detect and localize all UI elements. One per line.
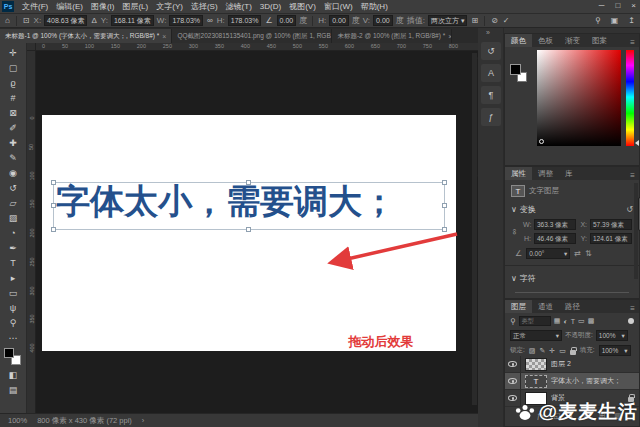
clone-stamp-tool[interactable]: ◉ (2, 165, 24, 180)
tab-swatches[interactable]: 色板 (532, 34, 559, 47)
document-tab-qq-screenshot[interactable]: QQ截图20230815135401.png @ 100% (图层 1, RGB… (172, 29, 332, 43)
transform-handle[interactable] (51, 227, 56, 232)
close-icon[interactable]: × (448, 33, 452, 40)
panel-menu-icon[interactable]: ≡ (626, 38, 639, 47)
frame-tool[interactable]: ⊠ (2, 105, 24, 120)
link-dimensions-icon[interactable]: ∞ (510, 229, 519, 235)
menu-view[interactable]: 视图(V) (285, 0, 320, 13)
filter-toggle-icon[interactable] (628, 318, 634, 324)
filter-smart-object-icon[interactable]: ▩ (588, 317, 595, 325)
transform-bounding-box[interactable] (53, 182, 445, 230)
path-selection-tool[interactable]: ▸ (2, 270, 24, 285)
workspace-icon[interactable]: ▣ (610, 16, 620, 25)
tab-adjustments[interactable]: 调整 (532, 167, 559, 180)
width-field[interactable]: 178.03% (169, 15, 203, 26)
y-field[interactable]: 124.61 像素 (590, 233, 632, 244)
document-tab-untitled-1[interactable]: 未标题-1 @ 100% (字体太小，需要调大；, RGB/8#) * × (0, 29, 172, 43)
spectrum-marker[interactable] (539, 139, 544, 144)
tab-channels[interactable]: 通道 (532, 300, 559, 313)
glyphs-panel-icon[interactable]: ƒ (481, 108, 501, 126)
panel-menu-icon[interactable]: ≡ (626, 304, 639, 313)
hue-slider-marker[interactable] (635, 140, 639, 146)
blur-tool[interactable]: ◔ (2, 225, 24, 240)
hue-slider[interactable] (626, 50, 634, 146)
reference-point-icon[interactable]: ⊡ (22, 16, 31, 25)
transform-handle[interactable] (442, 180, 447, 185)
foreground-color-swatch[interactable] (4, 348, 14, 358)
history-brush-tool[interactable]: ↺ (2, 180, 24, 195)
layer-row-layer2[interactable]: 图层 2 (505, 356, 639, 373)
eraser-tool[interactable]: ▱ (2, 195, 24, 210)
spot-healing-tool[interactable]: ✚ (2, 135, 24, 150)
search-icon[interactable]: ⚲ (594, 16, 602, 25)
chevron-right-icon[interactable]: › (142, 416, 145, 425)
transform-handle[interactable] (442, 227, 447, 232)
reset-transform-icon[interactable]: ↺ (626, 205, 633, 214)
color-swatches[interactable] (3, 347, 23, 367)
collapse-dock-icon[interactable]: » (486, 29, 490, 36)
lock-pixels-icon[interactable]: ✎ (539, 347, 545, 355)
filter-type-icon[interactable]: T (571, 318, 575, 325)
type-tool[interactable]: T (2, 255, 24, 270)
tab-color[interactable]: 颜色 (505, 34, 532, 47)
color-panel-swatches[interactable] (509, 63, 531, 87)
menu-window[interactable]: 窗口(W) (320, 0, 357, 13)
fill-select[interactable]: 100%▾ (599, 345, 631, 356)
vskew-field[interactable]: 0.00 (373, 15, 393, 26)
foreground-color-swatch[interactable] (510, 64, 521, 75)
menu-select[interactable]: 选择(S) (187, 0, 222, 13)
tab-properties[interactable]: 属性 (505, 167, 532, 180)
document-canvas[interactable]: 字体太小，需要调大； 拖动后效果 (42, 115, 456, 351)
menu-type[interactable]: 文字(Y) (152, 0, 187, 13)
document-tab-untitled-2[interactable]: 未标题-2 @ 100% (图层 1, RGB/8#) * × (332, 29, 452, 43)
x-field[interactable]: 57.39 像素 (590, 219, 632, 230)
edit-toolbar-icon[interactable]: ⋯ (2, 330, 24, 345)
filter-kind-select[interactable]: 类型 (519, 316, 551, 326)
transform-handle[interactable] (51, 203, 56, 208)
shape-tool[interactable]: ▭ (2, 285, 24, 300)
menu-file[interactable]: 文件(F) (18, 0, 52, 13)
layer-thumbnail[interactable]: T (525, 375, 547, 388)
color-spectrum-field[interactable] (537, 50, 621, 146)
history-panel-icon[interactable]: ↺ (481, 42, 501, 60)
layer-name[interactable]: 图层 2 (551, 359, 639, 369)
home-icon[interactable]: ⌂ (4, 16, 11, 25)
close-icon[interactable]: × (162, 33, 166, 40)
cancel-transform-button[interactable]: ⊘ (490, 16, 499, 25)
interpolation-select[interactable]: 两次立方 ▾ (428, 15, 467, 26)
panel-menu-icon[interactable]: ≡ (626, 171, 639, 180)
minimize-button[interactable]: ─ (599, 0, 605, 12)
width-field[interactable]: 363.3 像素 (534, 219, 576, 230)
brush-tool[interactable]: ✎ (2, 150, 24, 165)
menu-edit[interactable]: 编辑(E) (52, 0, 87, 13)
transform-handle[interactable] (51, 180, 56, 185)
paragraph-panel-icon[interactable]: ¶ (481, 86, 501, 104)
zoom-tool[interactable]: ⚲ (2, 315, 24, 330)
x-field[interactable]: 408.63 像素 (44, 15, 87, 26)
filter-pixel-icon[interactable]: ▦ (554, 317, 561, 325)
tab-libraries[interactable]: 库 (559, 167, 579, 180)
share-icon[interactable]: ↥ (627, 16, 636, 25)
commit-transform-button[interactable]: ✓ (502, 16, 511, 25)
rotation-select[interactable]: 0.00°▾ (526, 248, 570, 259)
zoom-level[interactable]: 100% (8, 416, 27, 425)
opacity-select[interactable]: 100%▾ (596, 330, 628, 341)
chevron-down-icon[interactable]: ∨ (511, 274, 517, 283)
flip-horizontal-icon[interactable]: ⇄ (574, 249, 581, 258)
lasso-tool[interactable]: ϱ (2, 75, 24, 90)
search-icon[interactable]: ⚲ (510, 317, 516, 326)
lock-all-icon[interactable] (570, 350, 576, 355)
layer-name[interactable]: 字体太小，需要调大； (551, 376, 639, 386)
height-field[interactable]: 46.46 像素 (534, 233, 576, 244)
transform-handle[interactable] (442, 203, 447, 208)
transform-handle[interactable] (246, 227, 251, 232)
layer-thumbnail[interactable] (525, 358, 547, 371)
height-field[interactable]: 178.03% (228, 15, 262, 26)
pen-tool[interactable]: ✒ (2, 240, 24, 255)
properties-scrollbar[interactable] (634, 183, 638, 279)
chevron-down-icon[interactable]: ∨ (511, 205, 517, 214)
tab-paths[interactable]: 路径 (559, 300, 586, 313)
eyedropper-tool[interactable]: ✐ (2, 120, 24, 135)
visibility-toggle[interactable] (505, 373, 521, 389)
tab-layers[interactable]: 图层 (505, 300, 532, 313)
